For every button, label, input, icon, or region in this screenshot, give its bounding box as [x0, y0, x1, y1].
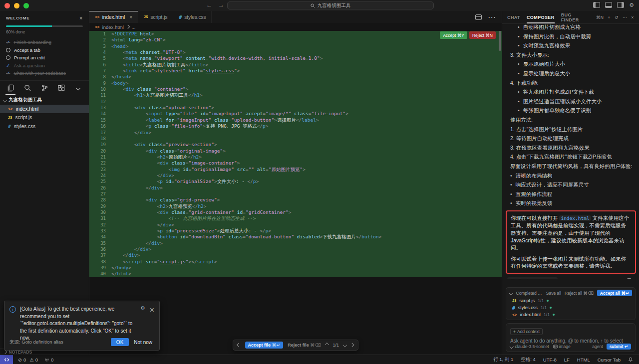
back-arrow-icon[interactable]: ← [206, 1, 212, 8]
prev-file-chevron-icon[interactable] [237, 343, 241, 347]
code-line[interactable]: 29 <h2>九宫格预览</h2> [89, 203, 502, 209]
code-line[interactable]: 20 <div class="original-image"> [89, 148, 502, 154]
code-line[interactable]: 13 <div class="upload-section"> [89, 105, 502, 111]
status-item[interactable]: HTML [577, 357, 590, 363]
explorer-root-folder[interactable]: 九宫格切图工具 [0, 96, 89, 105]
code-line[interactable]: 4 <meta charset="UTF-8"> [89, 49, 502, 55]
window-controls[interactable] [4, 3, 29, 8]
toggle-panel-icon[interactable] [605, 2, 612, 8]
code-line[interactable]: 28 <div class="grid-preview"> [89, 197, 502, 203]
next-change-chevron-icon[interactable] [343, 343, 347, 347]
panel-close-icon[interactable]: × [631, 15, 634, 20]
review-changes-button[interactable]: Review changes [507, 277, 558, 279]
explorer-file-styles.css[interactable]: #styles.css [0, 122, 89, 131]
submit-button[interactable]: submit ↵ [607, 344, 631, 350]
save-all-button[interactable]: Save all [546, 291, 561, 296]
code-line[interactable]: 35 </div> [89, 240, 502, 246]
toggle-sidebar-icon[interactable] [593, 2, 600, 8]
editor-scrollbar[interactable] [499, 31, 501, 51]
code-line[interactable]: 30 <div class="grid-container" id="gridC… [89, 209, 502, 215]
accept-diff-button[interactable]: Accept ⌘Y [440, 31, 467, 39]
reject-file-button[interactable]: Reject file ⌘⌫ [288, 343, 321, 348]
search-sidebar-icon[interactable] [21, 81, 34, 96]
notifications-bell-icon[interactable] [628, 357, 633, 362]
code-line[interactable]: 18 [89, 136, 502, 142]
status-item[interactable]: 行 1, 列 1 [493, 357, 513, 363]
source-control-icon[interactable] [38, 81, 51, 96]
code-line[interactable]: 14 <input type="file" id="imageInput" ac… [89, 111, 502, 117]
editor-tab-script.js[interactable]: JSscript.js [138, 11, 173, 23]
tab-chat[interactable]: CHAT [507, 11, 520, 23]
agent-mode-label[interactable]: agent [592, 344, 603, 349]
changed-file-styles.css[interactable]: #styles.css1/1 [506, 304, 635, 311]
code-line[interactable]: 36 </div> [89, 246, 502, 252]
status-item[interactable]: Cursor Tab [598, 357, 621, 363]
changed-file-index.html[interactable]: <>index.html1/1 [506, 311, 635, 318]
onboarding-item[interactable]: ✓Ask a question [6, 62, 83, 70]
code-line[interactable]: 9<body> [89, 80, 502, 86]
notification-settings-gear-icon[interactable]: ⚙ [141, 306, 145, 315]
accept-all-button[interactable]: Accept all ⌘↵ [597, 290, 632, 296]
editor-more-actions-icon[interactable]: ⋯ [488, 12, 496, 22]
status-item[interactable]: 空格: 4 [521, 357, 536, 363]
reject-all-button[interactable]: Reject all ⌘⌫ [565, 291, 594, 296]
code-line[interactable]: 7 <link rel="stylesheet" href="styles.cs… [89, 68, 502, 74]
split-editor-icon[interactable] [475, 14, 482, 20]
code-line[interactable]: 10 <div class="container"> [89, 86, 502, 92]
code-line[interactable]: 26 </div> [89, 185, 502, 191]
copy-message-icon[interactable] [627, 278, 632, 279]
explorer-file-index.html[interactable]: <>index.html [0, 105, 89, 114]
code-line[interactable]: 16 <p class="file-info">支持 PNG、JPG 等格式</… [89, 123, 502, 129]
code-line[interactable]: 24 </div> [89, 173, 502, 179]
settings-gear-icon[interactable]: ⚙ [629, 2, 634, 7]
chat-message-area[interactable]: •自动将图片切割成九宫格•保持图片比例，自动居中裁剪•实时预览九宫格效果3. 文… [502, 24, 639, 279]
explorer-icon[interactable] [4, 81, 17, 96]
code-line[interactable]: 21 <h2>原始图片</h2> [89, 154, 502, 160]
accept-file-button[interactable]: Accept file ⌘↵ [245, 342, 284, 349]
onboarding-item[interactable]: Accept a tab [6, 46, 83, 54]
minimize-window-button[interactable] [14, 3, 19, 8]
reject-diff-button[interactable]: Reject ⌘N [469, 31, 496, 39]
tab-bug-finder[interactable]: BUG FINDER [561, 11, 590, 23]
next-file-chevron-icon[interactable] [350, 343, 354, 347]
tab-close-icon[interactable]: × [129, 14, 132, 20]
code-line[interactable]: 8</head> [89, 74, 502, 80]
status-item[interactable]: UTF-8 [543, 357, 557, 363]
panel-more-icon[interactable]: ⋯ [623, 15, 627, 20]
problems-indicator[interactable]: ⊘0 ⚠0 [18, 357, 38, 363]
model-selector[interactable]: claude-3.5-sonnet [510, 344, 549, 349]
code-line[interactable]: 40</html> [89, 271, 502, 277]
prev-change-chevron-icon[interactable] [325, 343, 329, 347]
ok-button[interactable]: OK [111, 338, 129, 346]
breadcrumb-more[interactable]: ... [131, 24, 135, 30]
code-line[interactable]: 23 <img id="originalImage" src="" alt="原… [89, 167, 502, 173]
collapse-completed-chevron-icon[interactable] [509, 291, 513, 295]
breadcrumb-file[interactable]: index.html [102, 24, 124, 30]
attach-image-button[interactable]: image [553, 344, 571, 349]
editor-tab-index.html[interactable]: <>index.html× [89, 11, 138, 23]
status-item[interactable]: LF [564, 357, 570, 363]
code-line[interactable]: 6 <title>九宫格图片切割工具</title> [89, 62, 502, 68]
code-line[interactable]: 25 <p id="originalSize">文件大小: - </p> [89, 179, 502, 184]
extensions-icon[interactable] [55, 81, 68, 96]
onboarding-item[interactable]: ✓Chat with your codebase [6, 69, 83, 77]
history-icon[interactable]: ↺ [615, 15, 619, 20]
code-line[interactable]: 33 <p id="processedSize">处理后总大小: - </p> [89, 228, 502, 234]
add-context-button[interactable]: + Add context [510, 328, 543, 335]
code-line[interactable]: 3<head> [89, 43, 502, 49]
remote-indicator[interactable] [0, 355, 13, 364]
code-line[interactable]: 15 <label for="imageInput" class="upload… [89, 117, 502, 123]
onboarding-item[interactable]: Prompt an edit [6, 54, 83, 62]
command-center-search[interactable]: 九宫格切图工具 [227, 1, 434, 9]
code-line[interactable]: 5 <meta name="viewport" content="width=d… [89, 55, 502, 61]
code-line[interactable]: 38 <script src="script.js"></script> [89, 259, 502, 265]
code-line[interactable]: 34 <button id="downloadBtn" class="downl… [89, 234, 502, 240]
welcome-close-icon[interactable]: × [79, 15, 83, 21]
code-line[interactable]: 19 <div class="preview-section"> [89, 142, 502, 148]
breadcrumb[interactable]: <> index.html ... [89, 23, 502, 31]
code-line[interactable]: 37 </div> [89, 252, 502, 258]
editor-tab-styles.css[interactable]: #styles.css [173, 11, 212, 23]
notification-close-icon[interactable]: × [150, 306, 154, 315]
code-line[interactable]: 12 [89, 99, 502, 105]
new-chat-plus-icon[interactable]: + [608, 15, 611, 20]
